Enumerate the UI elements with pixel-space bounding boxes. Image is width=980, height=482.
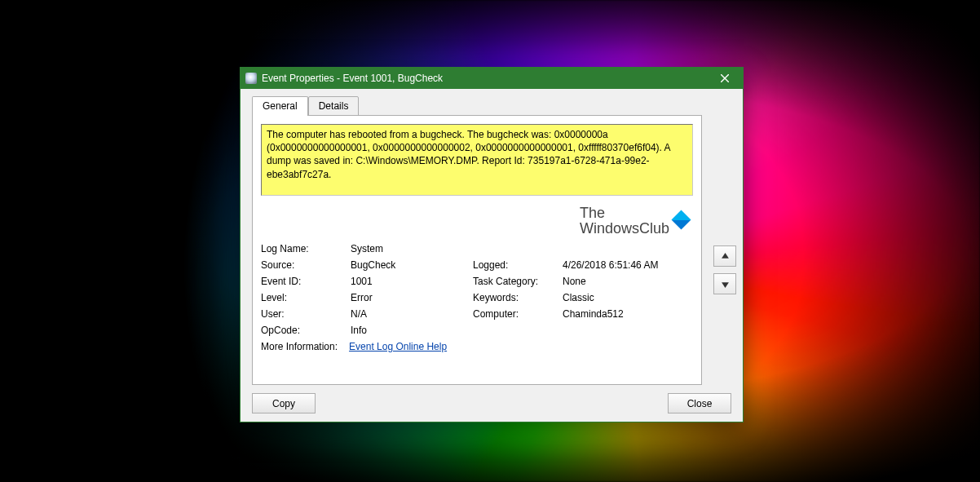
label-logged: Logged: — [473, 259, 563, 271]
value-task-category: None — [563, 276, 693, 287]
label-source: Source: — [261, 259, 351, 271]
label-user: User: — [261, 308, 351, 320]
value-computer: Chaminda512 — [563, 308, 693, 320]
arrow-up-icon — [721, 252, 730, 261]
value-logged: 4/26/2018 6:51:46 AM — [563, 259, 693, 271]
link-event-log-online-help[interactable]: Event Log Online Help — [349, 341, 447, 352]
label-computer: Computer: — [473, 308, 563, 320]
label-keywords: Keywords: — [473, 292, 563, 303]
watermark-line1: The — [580, 206, 669, 221]
label-task-category: Task Category: — [473, 276, 563, 287]
close-button[interactable]: Close — [668, 393, 731, 413]
event-fields-grid: Log Name: System Source: BugCheck Logged… — [261, 243, 693, 336]
event-description-textbox[interactable]: The computer has rebooted from a bugchec… — [261, 124, 693, 196]
tab-panel-general: The computer has rebooted from a bugchec… — [252, 115, 702, 385]
window-titlebar[interactable]: Event Properties - Event 1001, BugCheck — [241, 68, 743, 89]
event-properties-window: Event Properties - Event 1001, BugCheck … — [240, 67, 744, 422]
window-close-button[interactable] — [707, 68, 743, 89]
label-level: Level: — [261, 292, 351, 303]
value-level: Error — [351, 292, 473, 303]
label-more-info: More Information: — [261, 341, 338, 352]
tab-strip: General Details — [249, 95, 735, 115]
value-user: N/A — [351, 308, 473, 320]
watermark-line2: WindowsClub — [580, 221, 669, 237]
next-event-button[interactable] — [713, 273, 736, 294]
value-source: BugCheck — [351, 259, 473, 271]
tab-details[interactable]: Details — [308, 96, 360, 116]
close-icon — [721, 74, 729, 82]
watermark-text: The WindowsClub — [580, 206, 669, 237]
watermark: The WindowsClub — [261, 206, 688, 237]
more-info-row: More Information: Event Log Online Help — [261, 341, 693, 352]
desktop-background: Event Properties - Event 1001, BugCheck … — [0, 0, 980, 482]
copy-button[interactable]: Copy — [252, 393, 316, 413]
prev-event-button[interactable] — [713, 245, 736, 267]
label-log-name: Log Name: — [261, 243, 351, 254]
value-keywords: Classic — [563, 292, 693, 303]
arrow-down-icon — [721, 280, 730, 289]
window-title: Event Properties - Event 1001, BugCheck — [262, 73, 707, 84]
label-event-id: Event ID: — [261, 276, 351, 287]
watermark-square-icon — [671, 210, 691, 229]
event-nav-buttons — [713, 245, 736, 294]
window-app-icon — [245, 73, 257, 84]
window-client-area: General Details The computer has reboote… — [241, 89, 743, 422]
value-event-id: 1001 — [351, 276, 473, 287]
dialog-footer: Copy Close — [252, 393, 731, 413]
tab-general[interactable]: General — [252, 96, 308, 116]
value-opcode: Info — [351, 325, 473, 336]
label-opcode: OpCode: — [261, 325, 351, 336]
value-log-name: System — [351, 243, 473, 254]
